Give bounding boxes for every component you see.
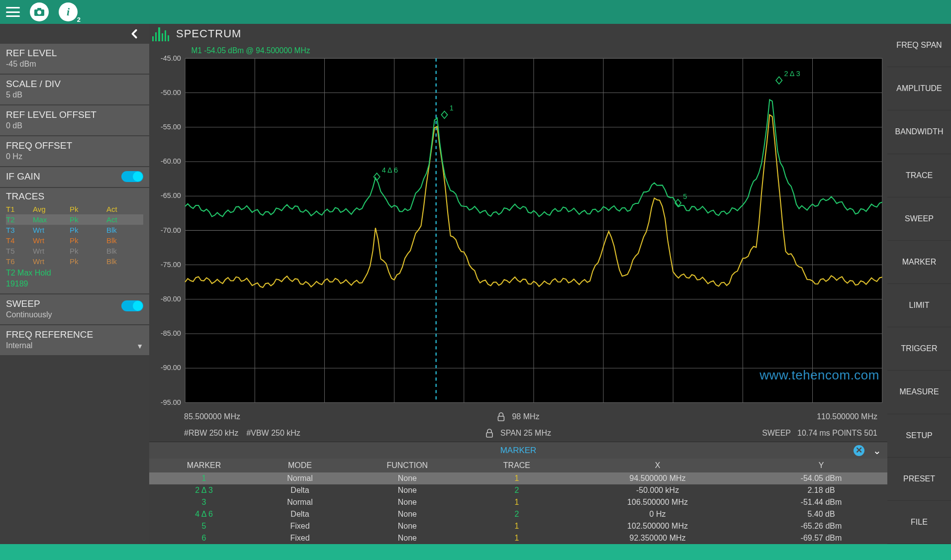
svg-text:-85.00: -85.00 [161, 329, 181, 337]
watermark: www.tehencom.com [760, 368, 879, 383]
svg-point-2 [37, 10, 41, 14]
trace-row-T5[interactable]: T5WrtPkBlk [6, 246, 143, 256]
camera-icon[interactable] [30, 2, 49, 21]
if-gain-toggle[interactable] [121, 171, 143, 182]
svg-text:-90.00: -90.00 [161, 364, 181, 372]
svg-text:-65.00: -65.00 [161, 191, 181, 199]
svg-rect-1 [37, 8, 41, 10]
spectrum-chart[interactable]: -45.00-50.00-55.00-60.00-65.00-70.00-75.… [149, 44, 887, 409]
x-axis-bar: 85.500000 MHz 98 MHz 110.500000 MHz [149, 409, 887, 425]
trace-status-2: 19189 [6, 280, 143, 288]
menu-limit[interactable]: LIMIT [887, 284, 951, 327]
freq-offset-group[interactable]: FREQ OFFSET 0 Hz [0, 136, 149, 166]
chart-title: SPECTRUM [176, 27, 241, 40]
svg-rect-44 [486, 433, 492, 437]
ref-level-label: REF LEVEL [6, 48, 143, 59]
menu-marker[interactable]: MARKER [887, 241, 951, 284]
marker-panel-header[interactable]: MARKER ✕ ⌄ [149, 442, 887, 459]
svg-text:-95.00: -95.00 [161, 398, 181, 406]
vbw-value: #VBW 250 kHz [246, 429, 300, 438]
chevron-down-icon[interactable]: ⌄ [873, 445, 881, 457]
chevron-down-icon: ▼ [136, 342, 143, 350]
span-value: SPAN 25 MHz [500, 429, 551, 438]
lock-icon [485, 429, 493, 438]
svg-text:2 Δ 3: 2 Δ 3 [784, 70, 800, 78]
trace-row-T6[interactable]: T6WrtPkBlk [6, 256, 143, 267]
trace-row-T4[interactable]: T4WrtPkBlk [6, 235, 143, 246]
info-icon[interactable]: i [59, 2, 78, 21]
marker-row[interactable]: 3NormalNone1106.500000 MHz-51.44 dBm [149, 496, 887, 508]
right-menu: FREQ SPANAMPLITUDEBANDWIDTHTRACESWEEPMAR… [887, 24, 951, 544]
menu-freq-span[interactable]: FREQ SPAN [887, 24, 951, 67]
sweep-value: 10.74 ms POINTS 501 [797, 429, 877, 437]
svg-text:-50.00: -50.00 [161, 89, 181, 96]
svg-text:-75.00: -75.00 [161, 261, 181, 269]
svg-text:-45.00: -45.00 [161, 54, 181, 62]
top-teal-bar: i [0, 0, 951, 24]
marker-row[interactable]: 2 Δ 3DeltaNone2-50.000 kHz2.18 dB [149, 484, 887, 496]
spectrum-icon [152, 26, 169, 41]
trace-status-1: T2 Max Hold [6, 269, 143, 278]
sweep-info-bar: #RBW 250 kHz #VBW 250 kHz SPAN 25 MHz SW… [149, 425, 887, 442]
trace-row-T3[interactable]: T3WrtPkBlk [6, 225, 143, 235]
svg-rect-43 [498, 416, 504, 421]
svg-text:5: 5 [683, 192, 687, 200]
svg-text:-80.00: -80.00 [161, 295, 181, 303]
menu-trigger[interactable]: TRIGGER [887, 327, 951, 371]
marker-row[interactable]: 1NormalNone194.500000 MHz-54.05 dBm [149, 472, 887, 484]
trace-row-T2[interactable]: T2MaxPkAct [6, 214, 143, 225]
lock-icon [497, 412, 505, 421]
left-sidebar: REF LEVEL -45 dBm SCALE / DIV 5 dB REF L… [0, 24, 149, 544]
trace-row-T1[interactable]: T1AvgPkAct [6, 204, 143, 214]
menu-amplitude[interactable]: AMPLITUDE [887, 67, 951, 110]
chart-title-bar: SPECTRUM [149, 24, 887, 44]
freq-reference-group[interactable]: FREQ REFERENCE Internal ▼ [0, 325, 149, 355]
svg-text:-55.00: -55.00 [161, 123, 181, 131]
menu-sweep[interactable]: SWEEP [887, 197, 951, 241]
marker-row[interactable]: 6FixedNone192.350000 MHz-69.57 dBm [149, 532, 887, 544]
footer-bar [0, 544, 951, 560]
ref-level-offset-group[interactable]: REF LEVEL OFFSET 0 dB [0, 105, 149, 135]
menu-measure[interactable]: MEASURE [887, 371, 951, 414]
marker-row[interactable]: 5FixedNone1102.500000 MHz-65.26 dBm [149, 520, 887, 532]
sweep-group[interactable]: SWEEP Continuously [0, 294, 149, 324]
scale-div-group[interactable]: SCALE / DIV 5 dB [0, 75, 149, 104]
menu-bandwidth[interactable]: BANDWIDTH [887, 110, 951, 154]
svg-text:M1    -54.05  dBm  @   94.5000: M1 -54.05 dBm @ 94.500000 MHz [191, 46, 310, 55]
freq-start: 85.500000 MHz [184, 412, 240, 421]
svg-text:4 Δ 6: 4 Δ 6 [382, 166, 398, 174]
close-icon[interactable]: ✕ [854, 445, 864, 456]
menu-preset[interactable]: PRESET [887, 458, 951, 501]
ref-level-value: -45 dBm [6, 60, 143, 69]
if-gain-group[interactable]: IF GAIN [0, 167, 149, 187]
rbw-value: #RBW 250 kHz [184, 429, 238, 438]
menu-icon[interactable] [6, 7, 20, 17]
ref-level-group[interactable]: REF LEVEL -45 dBm [0, 44, 149, 74]
freq-center: 98 MHz [512, 412, 539, 421]
svg-text:-70.00: -70.00 [161, 226, 181, 234]
sweep-toggle[interactable] [121, 300, 143, 311]
freq-stop: 110.500000 MHz [817, 412, 877, 421]
marker-row[interactable]: 4 Δ 6DeltaNone20 Hz5.40 dB [149, 508, 887, 520]
sidebar-collapse-button[interactable] [0, 24, 149, 44]
menu-file[interactable]: FILE [887, 501, 951, 544]
traces-group: TRACES T1AvgPkActT2MaxPkActT3WrtPkBlkT4W… [0, 188, 149, 293]
marker-table: MARKERMODEFUNCTIONTRACEXY 1NormalNone194… [149, 459, 887, 544]
menu-trace[interactable]: TRACE [887, 154, 951, 197]
menu-setup[interactable]: SETUP [887, 414, 951, 458]
svg-text:1: 1 [450, 104, 454, 112]
svg-text:-60.00: -60.00 [161, 157, 181, 165]
